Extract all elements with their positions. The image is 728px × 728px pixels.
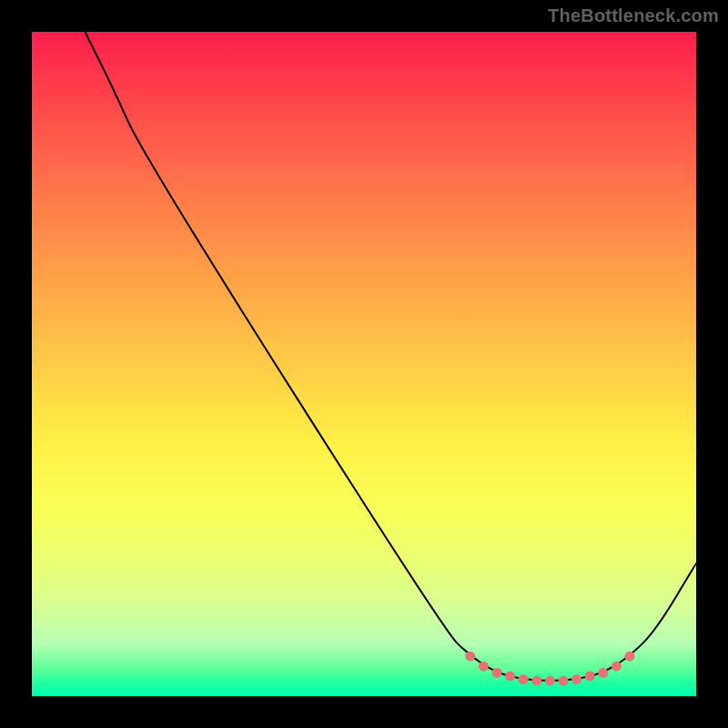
watermark-text: TheBottleneck.com: [548, 5, 719, 26]
curve-dot: [585, 672, 595, 682]
chart-svg: [32, 32, 696, 696]
curve-dot: [598, 668, 608, 678]
bottleneck-curve: [85, 32, 696, 681]
curve-dot: [519, 674, 529, 684]
curve-dot: [559, 676, 569, 686]
chart-plot-area: [32, 32, 696, 696]
curve-dot: [545, 676, 555, 686]
curve-dot: [625, 652, 635, 662]
curve-dot: [612, 662, 622, 672]
curve-dot: [479, 662, 489, 672]
curve-dot: [571, 674, 581, 684]
curve-dot: [505, 672, 515, 682]
curve-dot: [465, 652, 475, 662]
curve-dot: [492, 668, 502, 678]
curve-dot: [531, 676, 541, 686]
